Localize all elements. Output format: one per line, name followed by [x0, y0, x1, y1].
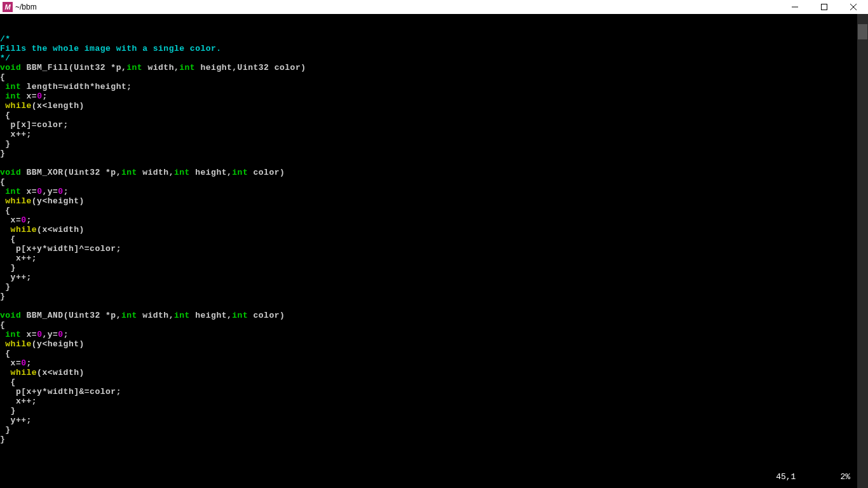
- code-text: {: [0, 72, 5, 82]
- code-text: ;: [27, 358, 32, 368]
- code-text: {: [0, 234, 16, 244]
- code-keyword: while: [0, 368, 37, 377]
- code-type: void: [0, 168, 21, 177]
- code-keyword: while: [0, 196, 32, 206]
- code-text: x=: [21, 187, 37, 196]
- code-text: (y<height): [32, 196, 85, 206]
- close-button[interactable]: [839, 0, 868, 14]
- code-text: (x<width): [37, 225, 85, 234]
- code-text: length=width*height;: [21, 82, 132, 92]
- code-text: color): [248, 311, 285, 320]
- app-icon: M: [3, 2, 13, 12]
- code-text: ;: [64, 187, 69, 196]
- code-text: p[x]=color;: [0, 120, 69, 130]
- code-text: ,y=: [42, 187, 58, 196]
- code-text: width,: [137, 311, 174, 320]
- code-comment: /*: [0, 34, 11, 44]
- code-number: 0: [58, 187, 63, 196]
- code-text: color): [248, 168, 285, 177]
- code-type: int: [0, 92, 21, 101]
- code-text: p[x+y*width]&=color;: [0, 387, 121, 396]
- vertical-scrollbar[interactable]: [857, 14, 868, 488]
- code-comment: Fills the whole image with a single colo…: [0, 44, 222, 53]
- code-text: x++;: [0, 254, 37, 263]
- code-text: x=: [0, 215, 21, 225]
- code-comment: */: [0, 53, 11, 63]
- code-type: int: [0, 187, 21, 196]
- minimize-button[interactable]: [780, 0, 810, 14]
- code-type: int: [121, 311, 137, 320]
- code-text: x=: [21, 92, 37, 101]
- code-keyword: while: [0, 101, 32, 111]
- code-type: int: [0, 330, 21, 339]
- scroll-percent: 2%: [840, 472, 850, 482]
- code-text: ,y=: [42, 330, 58, 339]
- code-type: int: [126, 63, 142, 72]
- window-title: ~/bbm: [15, 3, 37, 11]
- code-text: }: [0, 435, 5, 444]
- code-type: int: [121, 168, 137, 177]
- code-text: height,Uint32 color): [195, 63, 306, 72]
- editor-area[interactable]: /* Fills the whole image with a single c…: [0, 14, 857, 488]
- code-text: x=: [0, 358, 21, 368]
- code-text: {: [0, 349, 11, 358]
- code-keyword: while: [0, 225, 37, 234]
- code-text: y++;: [0, 416, 32, 425]
- code-text: width,: [137, 168, 174, 177]
- code-number: 0: [58, 330, 63, 339]
- code-text: {: [0, 111, 11, 120]
- code-text: (x<width): [37, 368, 85, 377]
- code-text: y++;: [0, 273, 32, 282]
- code-text: {: [0, 177, 5, 187]
- code-text: (y<height): [32, 339, 85, 349]
- code-type: void: [0, 311, 21, 320]
- code-text: }: [0, 425, 11, 435]
- code-text: ;: [42, 92, 47, 101]
- window-titlebar: M ~/bbm: [0, 0, 868, 14]
- code-keyword: while: [0, 339, 32, 349]
- code-type: void: [0, 63, 21, 72]
- code-text: x=: [21, 330, 37, 339]
- code-text: (x<length): [32, 101, 85, 111]
- code-text: }: [0, 263, 16, 273]
- code-text: {: [0, 320, 5, 330]
- code-text: x++;: [0, 130, 32, 139]
- code-number: 0: [21, 215, 26, 225]
- code-type: int: [0, 82, 21, 92]
- status-line: 45,1 2%: [776, 472, 850, 482]
- code-text: height,: [190, 311, 232, 320]
- code-text: }: [0, 292, 5, 301]
- code-text: {: [0, 206, 11, 215]
- cursor-position: 45,1: [776, 472, 796, 482]
- svg-rect-1: [822, 4, 827, 10]
- code-text: BBM_Fill(Uint32 *p,: [21, 63, 126, 72]
- code-text: }: [0, 149, 5, 158]
- code-type: int: [232, 311, 248, 320]
- code-text: }: [0, 282, 11, 292]
- code-text: {: [0, 377, 16, 387]
- code-text: }: [0, 406, 16, 416]
- maximize-button[interactable]: [810, 0, 839, 14]
- code-text: width,: [142, 63, 179, 72]
- code-text: x++;: [0, 396, 37, 406]
- scrollbar-thumb[interactable]: [858, 24, 867, 39]
- code-type: int: [179, 63, 195, 72]
- code-text: }: [0, 139, 11, 149]
- code-number: 0: [21, 358, 26, 368]
- code-text: ;: [64, 330, 69, 339]
- code-text: BBM_AND(Uint32 *p,: [21, 311, 121, 320]
- code-type: int: [232, 168, 248, 177]
- code-text: p[x+y*width]^=color;: [0, 244, 121, 254]
- code-type: int: [174, 168, 190, 177]
- code-text: BBM_XOR(Uint32 *p,: [21, 168, 121, 177]
- code-text: ;: [27, 215, 32, 225]
- code-text: height,: [190, 168, 232, 177]
- code-type: int: [174, 311, 190, 320]
